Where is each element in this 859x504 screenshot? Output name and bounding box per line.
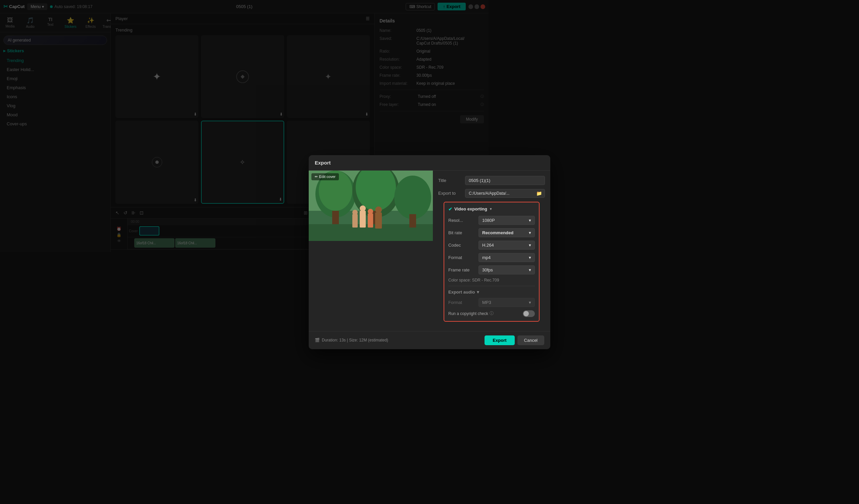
svg-point-17: [360, 205, 366, 211]
title-input[interactable]: [465, 176, 488, 185]
video-section-header: ✔ Video exporting ▾: [448, 206, 488, 212]
codec-value: H.264: [482, 242, 488, 248]
svg-point-19: [368, 209, 373, 214]
export-to-label: Export to: [438, 191, 465, 196]
bitrate-value: Recommended: [482, 230, 488, 235]
video-export-section: ✔ Video exporting ▾ Resol... 1080P ▾ Bit…: [443, 202, 488, 252]
modal-title: Export: [315, 160, 331, 166]
codec-select[interactable]: H.264 ▾: [479, 241, 488, 250]
svg-rect-16: [360, 211, 366, 227]
export-modal-overlay: Export: [0, 0, 488, 252]
modal-body: ✏ Edit cover Title Export to 📁: [309, 171, 488, 252]
codec-label: Codec: [448, 242, 479, 248]
svg-point-21: [375, 206, 382, 213]
svg-rect-20: [375, 212, 382, 229]
bitrate-label: Bit rate: [448, 230, 479, 235]
export-modal: Export: [309, 155, 488, 252]
edit-icon: ✏: [315, 175, 318, 179]
edit-cover-label: Edit cover: [319, 175, 335, 178]
svg-point-15: [352, 210, 358, 215]
modal-form: Title Export to 📁 ✔ Video exporting ▾: [433, 171, 488, 252]
video-section-title: Video exporting: [454, 206, 487, 211]
resolution-row: Resol... 1080P ▾: [448, 216, 488, 225]
svg-rect-8: [332, 211, 339, 224]
preview-image: ✏ Edit cover: [309, 171, 433, 241]
modal-preview: ✏ Edit cover: [309, 171, 433, 252]
svg-rect-13: [409, 214, 416, 227]
codec-row: Codec H.264 ▾: [448, 241, 488, 250]
export-path-text[interactable]: [465, 189, 488, 198]
edit-cover-button[interactable]: ✏ Edit cover: [312, 173, 339, 180]
export-to-field: Export to 📁: [438, 189, 488, 198]
resolution-select[interactable]: 1080P ▾: [479, 216, 488, 225]
video-check-icon: ✔: [448, 206, 452, 212]
bitrate-row: Bit rate Recommended ▾: [448, 228, 488, 237]
resolution-label: Resol...: [448, 218, 479, 223]
svg-rect-18: [368, 214, 373, 227]
modal-header: Export: [309, 155, 488, 171]
svg-point-12: [394, 176, 431, 219]
export-path-input: 📁: [465, 189, 488, 198]
svg-rect-14: [352, 214, 358, 227]
title-field-label: Title: [438, 178, 465, 183]
resolution-value: 1080P: [482, 218, 488, 223]
title-field: Title: [438, 176, 488, 185]
bitrate-select[interactable]: Recommended ▾: [479, 228, 488, 237]
